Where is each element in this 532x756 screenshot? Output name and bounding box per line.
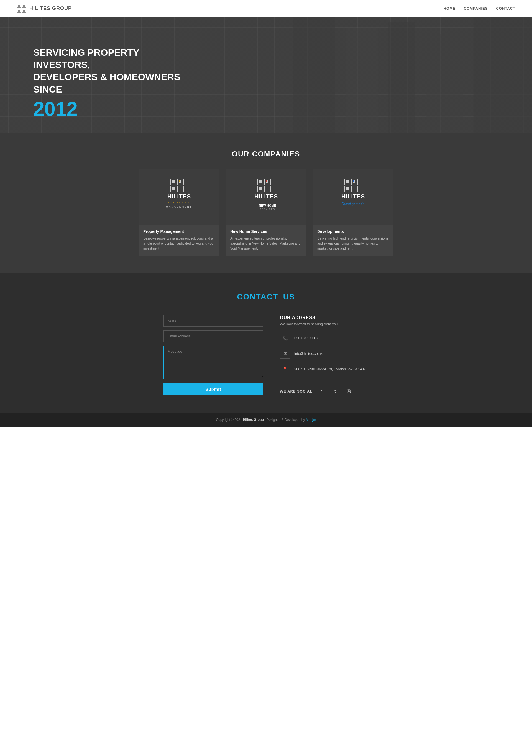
company-desc-property: Bespoke property management solutions an… [143, 236, 215, 251]
social-divider [280, 381, 368, 381]
svg-text:Developments: Developments [342, 202, 365, 206]
svg-rect-43 [352, 186, 358, 192]
company-desc-developments: Delivering high end refurbishments, conv… [317, 236, 389, 251]
message-input[interactable] [164, 346, 263, 379]
footer-brand: Hilites Group [243, 418, 264, 422]
svg-rect-6 [18, 10, 20, 12]
email-input[interactable] [164, 331, 263, 342]
contact-title: CONTACT US [11, 292, 521, 301]
contact-address: OUR ADDRESS We look forward to hearing f… [280, 315, 368, 396]
svg-text:SERVICES: SERVICES [260, 208, 275, 210]
svg-rect-34 [266, 180, 267, 181]
svg-text:HILITES: HILITES [167, 193, 190, 200]
company-card-new-home[interactable]: HILITES NEW HOME SERVICES New Home Servi… [226, 169, 306, 256]
company-name-developments: Developments [317, 229, 389, 234]
svg-rect-15 [473, 17, 532, 133]
companies-title: OUR COMPANIES [11, 150, 521, 158]
company-info-property: Property Management Bespoke property man… [139, 225, 219, 256]
svg-point-52 [350, 390, 350, 391]
address-subtitle: We look forward to hearing from you. [280, 322, 368, 326]
contact-section: CONTACT US Submit OUR ADDRESS We look fo… [0, 273, 532, 413]
nav-contact[interactable]: CONTACT [496, 6, 515, 11]
address-email-item: ✉ info@hilites.co.uk [280, 348, 368, 359]
logo[interactable]: HILITES GROUP [17, 3, 72, 13]
svg-rect-22 [172, 187, 175, 190]
svg-rect-23 [179, 180, 180, 181]
companies-section: OUR COMPANIES HILITES PROPERTY MANAGEMEN… [0, 133, 532, 273]
company-info-developments: Developments Delivering high end refurbi… [313, 225, 393, 256]
svg-text:PROPERTY: PROPERTY [168, 201, 190, 204]
contact-inner: Submit OUR ADDRESS We look forward to he… [155, 315, 377, 396]
hero-section: SERVICING PROPERTY INVESTORS, DEVELOPERS… [0, 17, 532, 133]
company-name-property: Property Management [143, 229, 215, 234]
footer-developer[interactable]: Manjur [306, 418, 316, 422]
address-phone-item: 📞 020 3752 5087 [280, 333, 368, 343]
facebook-button[interactable]: f [316, 386, 326, 396]
svg-rect-4 [18, 5, 20, 7]
svg-rect-20 [172, 180, 175, 183]
twitter-button[interactable]: t [330, 386, 340, 396]
svg-rect-13 [389, 22, 415, 133]
location-text: 300 Vauxhall Bridge Rd, London SW1V 1AA [294, 367, 365, 371]
company-logo-developments: HILITES Developments [313, 169, 393, 225]
email-icon: ✉ [280, 348, 291, 359]
contact-form: Submit [164, 315, 263, 396]
address-title: OUR ADDRESS [280, 315, 368, 320]
svg-rect-5 [23, 5, 25, 7]
svg-rect-46 [346, 187, 348, 190]
svg-rect-12 [346, 28, 378, 133]
logo-text: HILITES GROUP [29, 6, 72, 12]
svg-text:HILITES: HILITES [254, 193, 278, 200]
company-name-newhome: New Home Services [230, 229, 302, 234]
svg-text:HILITES: HILITES [342, 193, 365, 200]
email-text: info@hilites.co.uk [294, 352, 322, 356]
footer-copyright: Copyright © 2021 [216, 418, 242, 422]
social-row: WE ARE SOCIAL f t [280, 386, 368, 396]
svg-rect-31 [259, 180, 262, 183]
company-card-property-management[interactable]: HILITES PROPERTY MANAGEMENT Property Man… [139, 169, 219, 256]
companies-grid: HILITES PROPERTY MANAGEMENT Property Man… [11, 169, 521, 256]
svg-rect-14 [426, 34, 463, 133]
company-info-newhome: New Home Services An experienced team of… [226, 225, 306, 256]
hero-content: SERVICING PROPERTY INVESTORS, DEVELOPERS… [0, 30, 194, 120]
instagram-button[interactable] [344, 386, 354, 396]
svg-point-51 [348, 391, 350, 392]
svg-rect-33 [259, 187, 262, 190]
company-logo-newhome: HILITES NEW HOME SERVICES [226, 169, 306, 225]
social-label: WE ARE SOCIAL [280, 389, 312, 393]
svg-text:MANAGEMENT: MANAGEMENT [166, 205, 192, 208]
name-input[interactable] [164, 315, 263, 327]
svg-rect-11 [292, 17, 335, 133]
company-logo-property: HILITES PROPERTY MANAGEMENT [139, 169, 219, 225]
location-icon: 📍 [280, 364, 291, 374]
main-nav: HOME COMPANIES CONTACT [443, 6, 515, 11]
hero-heading: SERVICING PROPERTY INVESTORS, DEVELOPERS… [33, 46, 194, 95]
phone-icon: 📞 [280, 333, 291, 343]
nav-home[interactable]: HOME [443, 6, 456, 11]
site-header: HILITES GROUP HOME COMPANIES CONTACT [0, 0, 532, 17]
svg-rect-50 [347, 390, 350, 393]
hero-year: 2012 [33, 98, 194, 120]
svg-rect-19 [178, 186, 184, 192]
footer-separator: | Designed & Developed by [265, 418, 306, 422]
site-footer: Copyright © 2021 Hilites Group | Designe… [0, 413, 532, 427]
svg-rect-30 [265, 186, 271, 192]
company-card-developments[interactable]: HILITES Developments Developments Delive… [313, 169, 393, 256]
address-location-item: 📍 300 Vauxhall Bridge Rd, London SW1V 1A… [280, 364, 368, 374]
svg-rect-47 [353, 180, 354, 181]
nav-companies[interactable]: COMPANIES [464, 6, 488, 11]
svg-rect-7 [23, 10, 25, 12]
svg-text:NEW HOME: NEW HOME [259, 204, 276, 207]
phone-text: 020 3752 5087 [294, 336, 318, 340]
svg-rect-44 [346, 180, 348, 183]
company-desc-newhome: An experienced team of professionals, sp… [230, 236, 302, 251]
submit-button[interactable]: Submit [164, 383, 263, 395]
